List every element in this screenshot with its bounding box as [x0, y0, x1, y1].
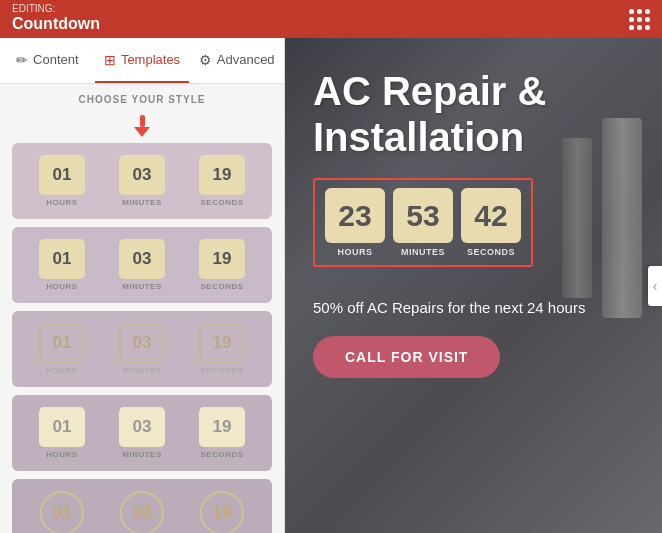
countdown-box-minutes-4: 03 MINUTES — [119, 407, 165, 459]
unit-label-hours-2: HOURS — [46, 282, 77, 291]
main-layout: ✏ Content ⊞ Templates ⚙ Advanced CHOOSE … — [0, 38, 662, 533]
preview-hours-label: HOURS — [337, 247, 372, 257]
tab-advanced[interactable]: ⚙ Advanced — [189, 38, 284, 83]
time-box-minutes-2: 03 — [119, 239, 165, 279]
time-box-hours-4: 01 — [39, 407, 85, 447]
tab-advanced-label: Advanced — [217, 52, 275, 67]
preview-seconds-label: SECONDS — [467, 247, 515, 257]
countdown-box-hours: 01 HOURS — [39, 155, 85, 207]
tab-templates[interactable]: ⊞ Templates — [95, 38, 190, 83]
unit-label-minutes-4: MINUTES — [122, 450, 162, 459]
countdown-box-hours-4: 01 HOURS — [39, 407, 85, 459]
countdown-box-hours-2: 01 HOURS — [39, 239, 85, 291]
template-card-1[interactable]: 01 HOURS 03 MINUTES 19 SECONDS — [12, 143, 272, 219]
template-card-4[interactable]: 01 HOURS 03 MINUTES 19 SECONDS — [12, 395, 272, 471]
time-box-minutes: 03 — [119, 155, 165, 195]
hero-title-line2: Installation — [313, 115, 524, 159]
arrow-indicator — [12, 115, 272, 137]
countdown-box-seconds: 19 SECONDS — [199, 155, 245, 207]
unit-label-seconds-2: SECONDS — [200, 282, 243, 291]
unit-label-minutes-2: MINUTES — [122, 282, 162, 291]
countdown-box-seconds-5: 19 SECONDS — [200, 491, 244, 533]
unit-label-hours: HOURS — [46, 198, 77, 207]
unit-label-hours-3: HOURS — [46, 366, 77, 375]
preview-hours-box: 23 HOURS — [325, 188, 385, 257]
content-icon: ✏ — [16, 52, 28, 68]
countdown-box-seconds-2: 19 SECONDS — [199, 239, 245, 291]
unit-label-minutes: MINUTES — [122, 198, 162, 207]
preview-minutes-label: MINUTES — [401, 247, 445, 257]
countdown-box-minutes: 03 MINUTES — [119, 155, 165, 207]
time-box-seconds: 19 — [199, 155, 245, 195]
grid-dots-icon[interactable] — [629, 9, 650, 30]
time-box-minutes-4: 03 — [119, 407, 165, 447]
preview-panel: AC Repair & Installation 23 HOURS 53 MIN… — [285, 38, 662, 533]
editing-label: EDITING: — [12, 4, 100, 14]
preview-minutes-box: 53 MINUTES — [393, 188, 453, 257]
time-box-seconds-4: 19 — [199, 407, 245, 447]
countdown-box-seconds-4: 19 SECONDS — [199, 407, 245, 459]
time-box-minutes-3: 03 — [119, 323, 165, 363]
preview-seconds-value: 42 — [461, 188, 521, 243]
advanced-icon: ⚙ — [199, 52, 212, 68]
countdown-box-hours-3: 01 HOURS — [39, 323, 85, 375]
hero-title: AC Repair & Installation — [313, 68, 634, 160]
tab-templates-label: Templates — [121, 52, 180, 67]
tab-content[interactable]: ✏ Content — [0, 38, 95, 83]
time-box-hours-2: 01 — [39, 239, 85, 279]
preview-countdown: 23 HOURS 53 MINUTES 42 SECONDS — [313, 178, 533, 267]
section-label: CHOOSE YOUR STYLE — [12, 94, 272, 105]
left-panel: ✏ Content ⊞ Templates ⚙ Advanced CHOOSE … — [0, 38, 285, 533]
time-box-hours: 01 — [39, 155, 85, 195]
countdown-box-minutes-2: 03 MINUTES — [119, 239, 165, 291]
unit-label-seconds-3: SECONDS — [200, 366, 243, 375]
app-info: EDITING: Countdown — [12, 4, 100, 33]
template-card-2[interactable]: 01 HOURS 03 MINUTES 19 SECONDS — [12, 227, 272, 303]
countdown-box-hours-5: 01 HOURS — [40, 491, 84, 533]
app-title: Countdown — [12, 15, 100, 32]
preview-minutes-value: 53 — [393, 188, 453, 243]
resize-handle[interactable] — [648, 266, 662, 306]
cta-button[interactable]: CALL FOR VISIT — [313, 336, 500, 378]
countdown-box-minutes-3: 03 MINUTES — [119, 323, 165, 375]
preview-seconds-box: 42 SECONDS — [461, 188, 521, 257]
time-box-hours-5: 01 — [40, 491, 84, 533]
preview-countdown-wrapper: 23 HOURS 53 MINUTES 42 SECONDS — [313, 178, 634, 283]
time-box-minutes-5: 03 — [120, 491, 164, 533]
unit-label-seconds: SECONDS — [200, 198, 243, 207]
countdown-box-seconds-3: 19 SECONDS — [199, 323, 245, 375]
tab-bar: ✏ Content ⊞ Templates ⚙ Advanced — [0, 38, 284, 84]
unit-label-seconds-4: SECONDS — [200, 450, 243, 459]
template-card-5[interactable]: 01 HOURS 03 MINUTES 19 SECONDS — [12, 479, 272, 533]
preview-content: AC Repair & Installation 23 HOURS 53 MIN… — [285, 38, 662, 533]
time-box-hours-3: 01 — [39, 323, 85, 363]
preview-hours-value: 23 — [325, 188, 385, 243]
countdown-box-minutes-5: 03 MINUTES — [120, 491, 164, 533]
top-bar: EDITING: Countdown — [0, 0, 662, 38]
template-section: CHOOSE YOUR STYLE 01 HOURS 03 MINUTES — [0, 84, 284, 533]
templates-icon: ⊞ — [104, 52, 116, 68]
unit-label-minutes-3: MINUTES — [122, 366, 162, 375]
template-card-3[interactable]: 01 HOURS 03 MINUTES 19 SECONDS — [12, 311, 272, 387]
tab-content-label: Content — [33, 52, 79, 67]
promo-text: 50% off AC Repairs for the next 24 hours — [313, 299, 634, 316]
time-box-seconds-2: 19 — [199, 239, 245, 279]
hero-title-line1: AC Repair & — [313, 69, 546, 113]
time-box-seconds-3: 19 — [199, 323, 245, 363]
time-box-seconds-5: 19 — [200, 491, 244, 533]
unit-label-hours-4: HOURS — [46, 450, 77, 459]
